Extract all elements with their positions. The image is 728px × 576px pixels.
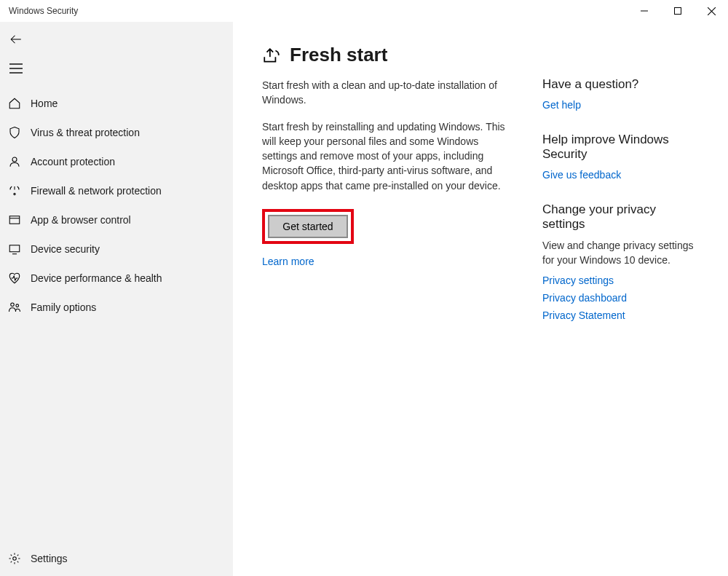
sidebar-item-app-browser[interactable]: App & browser control: [0, 205, 233, 234]
sidebar-item-label: Account protection: [31, 156, 115, 167]
sidebar-item-firewall[interactable]: Firewall & network protection: [0, 176, 233, 205]
question-heading: Have a question?: [542, 77, 699, 92]
intro-text: Start fresh with a clean and up-to-date …: [262, 78, 513, 108]
improve-heading: Help improve Windows Security: [542, 133, 699, 162]
get-started-label: Get started: [282, 221, 333, 232]
fresh-start-icon: [262, 46, 281, 65]
person-icon: [7, 155, 22, 168]
get-help-link[interactable]: Get help: [542, 99, 699, 111]
privacy-text: View and change privacy settings for you…: [542, 239, 699, 267]
svg-point-14: [11, 303, 15, 307]
sidebar-item-label: App & browser control: [31, 214, 131, 226]
back-button[interactable]: [1, 26, 31, 52]
svg-rect-1: [675, 8, 681, 15]
get-started-button[interactable]: Get started: [268, 215, 348, 238]
close-button[interactable]: [695, 0, 728, 22]
svg-point-8: [12, 157, 17, 162]
sidebar-item-device-security[interactable]: Device security: [0, 234, 233, 264]
sidebar-item-label: Settings: [31, 553, 68, 564]
maximize-button[interactable]: [661, 0, 695, 22]
network-icon: [7, 184, 22, 197]
privacy-settings-link[interactable]: Privacy settings: [542, 275, 699, 286]
browser-icon: [7, 213, 22, 226]
sidebar: Home Virus & threat protection Account p…: [0, 22, 233, 576]
sidebar-item-label: Device performance & health: [31, 272, 162, 284]
privacy-heading: Change your privacy settings: [542, 202, 699, 232]
svg-point-9: [14, 193, 15, 194]
family-icon: [7, 301, 22, 314]
feedback-link[interactable]: Give us feedback: [542, 169, 699, 181]
sidebar-item-label: Firewall & network protection: [31, 185, 162, 197]
svg-point-15: [16, 304, 19, 307]
sidebar-item-label: Virus & threat protection: [31, 127, 140, 138]
highlight-box: Get started: [262, 209, 354, 244]
shield-icon: [7, 126, 22, 139]
home-icon: [7, 97, 22, 110]
sidebar-item-family[interactable]: Family options: [0, 293, 233, 322]
svg-rect-12: [9, 245, 20, 252]
window-title: Windows Security: [9, 6, 78, 16]
svg-rect-10: [9, 216, 20, 224]
gear-icon: [7, 552, 22, 565]
sidebar-item-settings[interactable]: Settings: [0, 544, 233, 573]
body-text: Start fresh by reinstalling and updating…: [262, 119, 513, 193]
minimize-button[interactable]: [628, 0, 661, 22]
sidebar-item-label: Device security: [31, 243, 100, 255]
page-title: Fresh start: [290, 44, 387, 66]
chip-icon: [7, 242, 22, 256]
learn-more-link[interactable]: Learn more: [262, 256, 513, 267]
content-area: Fresh start Start fresh with a clean and…: [233, 22, 728, 576]
sidebar-item-performance[interactable]: Device performance & health: [0, 264, 233, 293]
svg-point-16: [13, 557, 17, 561]
sidebar-item-home[interactable]: Home: [0, 89, 233, 118]
sidebar-item-account[interactable]: Account protection: [0, 147, 233, 176]
privacy-dashboard-link[interactable]: Privacy dashboard: [542, 292, 699, 304]
menu-button[interactable]: [1, 54, 31, 83]
heart-icon: [7, 272, 22, 285]
sidebar-item-label: Family options: [31, 301, 96, 313]
privacy-statement-link[interactable]: Privacy Statement: [542, 309, 699, 321]
titlebar: Windows Security: [0, 0, 728, 22]
sidebar-item-virus[interactable]: Virus & threat protection: [0, 118, 233, 147]
window-controls: [628, 0, 728, 22]
sidebar-item-label: Home: [31, 98, 58, 109]
